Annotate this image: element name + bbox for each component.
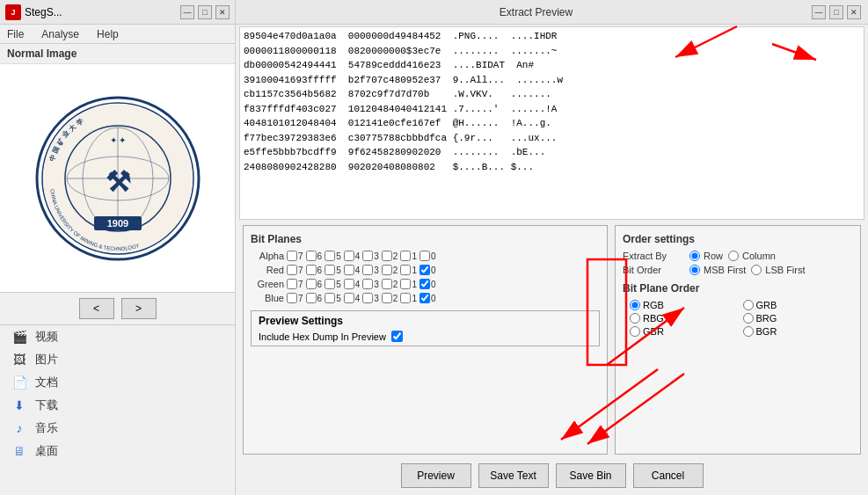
close-button-left[interactable]: ✕ [215,5,230,19]
blue-bit7: 7 [287,293,303,303]
left-title-controls: — □ ✕ [180,5,230,19]
preview-button[interactable]: Preview [401,463,471,488]
bit-planes-title: Bit Planes [251,233,600,245]
extract-preview-area[interactable]: 89504e470d0a1a0a 0000000d49484452 .PNG..… [239,26,864,220]
bpo-grb-radio[interactable] [743,300,754,310]
bit-row-red: Red 7 6 5 4 3 2 1 0 [251,265,600,275]
extract-by-row: Extract By Row Column [623,251,853,261]
svg-text:✦ ✦: ✦ ✦ [109,135,126,145]
extract-by-col-label: Column [742,251,776,261]
extract-by-row-radio[interactable] [689,251,700,261]
bpo-gbr-label: GBR [643,326,664,337]
file-item-download[interactable]: ⬇ 下载 [0,394,235,417]
bpo-rgb: RGB [630,300,740,310]
right-minimize-btn[interactable]: — [812,5,826,19]
alpha-bit7: 7 [287,251,303,261]
preview-line-5: f837fffdf403c027 10120484040412141 .7...… [244,102,860,117]
right-close-btn[interactable]: ✕ [847,5,861,19]
red-label: Red [251,265,284,275]
file-label-download: 下载 [35,397,58,413]
bpo-bgr-label: BGR [756,326,777,337]
blue-label: Blue [251,293,284,303]
menu-file[interactable]: File [4,27,27,41]
menu-analyse[interactable]: Analyse [38,27,83,41]
lsb-first-group: LSB First [751,265,805,275]
red-bit4: 4 [344,265,361,275]
alpha-bit1: 1 [400,251,417,261]
lsb-first-radio[interactable] [751,265,762,275]
bpo-brg-radio[interactable] [743,313,754,324]
red-bit1: 1 [400,265,417,275]
controls-area: Bit Planes Alpha 7 6 5 4 3 2 1 0 [236,222,868,458]
alpha-label: Alpha [251,251,284,261]
bpo-rgb-radio[interactable] [630,300,640,310]
bit-planes-grid: Alpha 7 6 5 4 3 2 1 0 Red 7 6 5 [251,251,600,303]
hex-dump-checkbox[interactable] [391,331,403,342]
image-icon: 🖼 [11,353,28,367]
bpo-bgr-radio[interactable] [743,326,754,337]
preview-line-9: 2408080902428280 902020408080802 $....B.… [244,160,860,175]
bit-row-blue: Blue 7 6 5 4 3 2 1 0 [251,293,600,303]
left-controls: Bit Planes Alpha 7 6 5 4 3 2 1 0 [243,225,608,455]
extract-by-col-group: Column [728,251,776,261]
bit-row-green: Green 7 6 5 4 3 2 1 0 [251,279,600,289]
red-bit7: 7 [287,265,303,275]
extract-by-label: Extract By [623,251,684,261]
red-bit2: 2 [382,265,398,275]
svg-text:1909: 1909 [106,218,128,229]
bpo-gbr: GBR [630,326,740,337]
order-settings-title: Order settings [623,233,853,245]
video-icon: 🎬 [11,330,28,344]
alpha-bit3: 3 [362,251,379,261]
red-bit6: 6 [306,265,323,275]
file-item-doc[interactable]: 📄 文档 [0,371,235,394]
blue-bit1: 1 [400,293,417,303]
save-bin-button[interactable]: Save Bin [556,463,626,488]
file-item-desktop[interactable]: 🖥 桌面 [0,440,235,462]
next-button[interactable]: > [121,298,157,319]
extract-by-col-radio[interactable] [728,251,739,261]
menu-help[interactable]: Help [93,27,122,41]
minimize-button[interactable]: — [180,5,194,19]
file-list: 🎬 视频 🖼 图片 📄 文档 ⬇ 下载 ♪ 音乐 🖥 桌面 [0,325,235,495]
save-text-button[interactable]: Save Text [478,463,549,488]
right-title-controls: — □ ✕ [812,5,861,19]
preview-settings-title: Preview Settings [259,315,592,327]
preview-line-4: cb1157c3564b5682 8702c9f7d7d70b .W.VKV. … [244,87,860,102]
green-bit0: 0 [419,279,436,289]
image-area: 1909 ⚒ 中 国 矿 业 大 学 CHINA UNIVERSITY OF M… [0,64,235,293]
red-bit0: 0 [419,265,436,275]
file-item-image[interactable]: 🖼 图片 [0,348,235,371]
red-bit3: 3 [362,265,379,275]
alpha-bit4: 4 [344,251,361,261]
prev-button[interactable]: < [79,298,114,319]
bpo-rbg-radio[interactable] [630,313,640,324]
file-item-video[interactable]: 🎬 视频 [0,325,235,348]
green-label: Green [251,279,284,289]
blue-bit5: 5 [325,293,341,303]
file-label-video: 视频 [35,329,58,345]
preview-settings: Preview Settings Include Hex Dump In Pre… [251,310,600,346]
bpo-gbr-radio[interactable] [630,326,640,337]
blue-bit4: 4 [344,293,361,303]
alpha-bit5: 5 [325,251,341,261]
extract-by-row-radio: Row [689,251,723,261]
blue-bit0: 0 [419,293,436,303]
msb-first-radio[interactable] [689,265,700,275]
blue-bit6: 6 [306,293,323,303]
app-icon: J [5,4,21,20]
lsb-first-label: LSB First [765,265,805,275]
order-settings: Order settings Extract By Row Column Bit… [615,225,861,455]
menu-bar: File Analyse Help [0,25,235,44]
bpo-brg-label: BRG [756,313,777,324]
cancel-button[interactable]: Cancel [633,463,704,488]
left-title-text: StegS... [25,6,62,18]
bit-plane-order: Bit Plane Order RGB GRB RBG [623,282,853,337]
bpo-bgr: BGR [743,326,854,337]
msb-first-label: MSB First [704,265,746,275]
bit-order-label: Bit Order [623,265,684,275]
file-item-music[interactable]: ♪ 音乐 [0,417,235,440]
maximize-button[interactable]: □ [198,5,212,19]
doc-icon: 📄 [11,375,28,389]
right-maximize-btn[interactable]: □ [829,5,843,19]
